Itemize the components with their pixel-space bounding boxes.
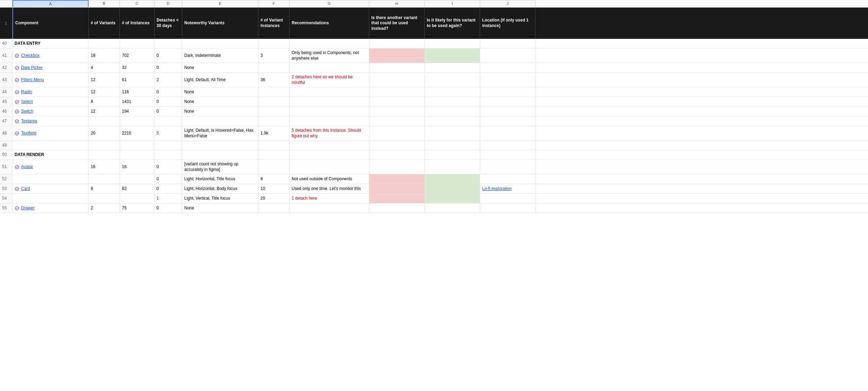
cell-variant-instances-53: 10 [258,184,290,193]
header-row-1: 1 Component # of Variants # of Instances… [0,8,868,39]
svg-point-10 [15,207,19,210]
col-header-g[interactable]: G [290,0,369,7]
cell-recommendations-44 [290,87,369,97]
svg-point-0 [15,54,19,58]
cell-col-h-41 [369,49,425,63]
row-num-44: 44 [0,87,12,97]
cell-variant-instances-42 [258,63,290,72]
cell-noteworthy-45: None [182,97,258,106]
col-header-i[interactable]: I [425,0,480,7]
col-header-j[interactable]: J [480,0,535,7]
component-icon [15,78,19,82]
row-num-40: 40 [0,39,12,48]
component-link-select[interactable]: Select [21,99,33,105]
cell-col-h-45 [369,97,425,106]
col-header-f[interactable]: F [258,0,290,7]
cell-component-card: Card [12,184,89,193]
cell-component-filtersmenu: Filters Menu [12,73,89,87]
section-label-data-entry: DATA ENTRY [12,39,89,48]
cell-detaches-48: 5 [154,126,182,140]
col-header-a[interactable]: A [12,0,89,7]
table-row: 55 Drawer 2 75 0 None [0,203,868,213]
table-row: 45 Select 8 1431 0 None [0,97,868,107]
row-num-55: 55 [0,203,12,213]
component-link-drawer[interactable]: Drawer [21,206,35,211]
cell-variants-51: 16 [89,160,120,174]
col-header-e[interactable]: E [182,0,258,7]
col-header-d[interactable]: D [154,0,182,7]
cell-recommendations-53: Used only one time. Let's monitor this [290,184,369,193]
cell-location-51 [480,160,535,174]
row-num-48: 48 [0,126,12,140]
cell-variant-instances-55 [258,203,290,213]
table-row: 42 Date Picker 4 32 0 None [0,63,868,73]
cell-col-i-54 [425,194,480,203]
col-header-c[interactable]: C [120,0,154,7]
row-num-42: 42 [0,63,12,72]
cell-variants-41: 18 [89,49,120,63]
cell-location-53: Lo-fi exploration [480,184,535,193]
cell-location-48 [480,126,535,140]
cell-noteworthy-41: Dark, Indeterminate [182,49,258,63]
cell-variant-instances-51 [258,160,290,174]
cell-col-i-55 [425,203,480,213]
table-row: 52 0 Light, Horizontal, Title focus 8 No… [0,174,868,184]
spreadsheet: A B C D E F G H I J 1 Component # of Var… [0,0,868,213]
cell-component-avatar: Avatar [12,160,89,174]
component-link-textarea[interactable]: Textarea [21,119,37,124]
cell-instances-44: 116 [120,87,154,97]
table-row: 54 1 Light, Vertical, Title focus 20 1 d… [0,194,868,203]
cell-variants-44: 12 [89,87,120,97]
component-icon [15,90,19,95]
cell-col-i-42 [425,63,480,72]
cell-component-switch: Switch [12,107,89,116]
cell-recommendations-54: 1 detach here [290,194,369,203]
cell-detaches-51: 0 [154,160,182,174]
cell-detaches-46: 0 [154,107,182,116]
row-num-43: 43 [0,73,12,87]
component-link-card[interactable]: Card [21,186,30,192]
component-link-radio[interactable]: Radio [21,89,32,95]
cell-variant-instances-45 [258,97,290,106]
cell-instances-53: 82 [120,184,154,193]
cell-variants-46: 12 [89,107,120,116]
cell-recommendations-48: 5 detaches from this instance. Should fi… [290,126,369,140]
cell-variant-instances-46 [258,107,290,116]
component-link-switch[interactable]: Switch [21,109,33,114]
component-link-filtersmenu[interactable]: Filters Menu [21,77,44,83]
cell-detaches-45: 0 [154,97,182,106]
cell-location-45 [480,97,535,106]
row-num-54: 54 [0,194,12,203]
col-header-b[interactable]: B [89,0,120,7]
cell-col-i-43 [425,73,480,87]
row-num-49: 49 [0,141,12,150]
header-cell-noteworthy: Noteworthy Variants [182,8,258,39]
component-link-textfield[interactable]: Textfield [21,131,36,136]
cell-variant-instances-48: 1.9k [258,126,290,140]
cell-variants-53: 8 [89,184,120,193]
header-cell-detaches: Detaches < 30 days [154,8,182,39]
empty-row-49: 49 [0,141,868,150]
cell-recommendations-45 [290,97,369,106]
component-link-checkbox[interactable]: Checkbox [21,53,39,59]
row-num-1: 1 [0,8,12,39]
component-link-datepicker[interactable]: Date Picker [21,65,43,71]
cell-detaches-54: 1 [154,194,182,203]
cell-location-41 [480,49,535,63]
section-header-row-data-render: 50 DATA RENDER [0,150,868,160]
header-cell-variants: # of Variants [89,8,120,39]
cell-location-46 [480,107,535,116]
col-header-h[interactable]: H [369,0,425,7]
header-cell-recommendations: Recommendations [290,8,369,39]
section-header-row-data-entry: 40 DATA ENTRY [0,39,868,49]
component-link-avatar[interactable]: Avatar [21,164,33,170]
svg-point-9 [15,187,19,191]
row-num-52: 52 [0,174,12,184]
cell-component-textarea: Textarea [12,116,89,126]
cell-col-i-53 [425,184,480,193]
location-link-lofi[interactable]: Lo-fi exploration [482,186,512,192]
cell-detaches-52: 0 [154,174,182,184]
component-icon [15,131,19,136]
cell-noteworthy-46: None [182,107,258,116]
cell-variant-instances-43: 36 [258,73,290,87]
